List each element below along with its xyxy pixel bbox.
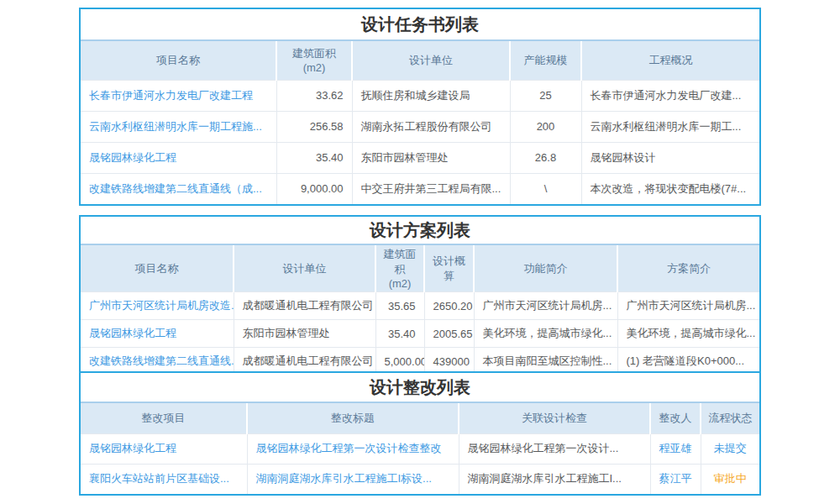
design-task-table: 项目名称 建筑面积 (m2) 设计单位 产能规模 工程概况 长春市伊通河水力发电… [81,41,759,204]
column-header-flow-status: 流程状态 [701,403,759,433]
column-header-function-brief: 功能简介 [474,245,617,292]
flow-status-badge: 审批中 [701,464,759,494]
design-unit-cell: 抚顺住房和城乡建设局 [352,80,510,111]
table-row: 改建铁路线增建第二线直通线（成... 9,000.00 中交王府井第三工程局有限… [81,173,759,204]
overview-cell: 云南水利枢纽潜明水库一期工... [581,111,759,142]
rectify-title-link[interactable]: 湖南洞庭湖水库引水工程施工I标设... [247,464,459,494]
capacity-cell: \ [510,173,581,204]
column-header-budget: 设计概算 [424,245,474,292]
column-header-rectify-title: 整改标题 [247,403,459,433]
design-rectification-list-panel: 设计整改列表 整改项目 整改标题 关联设计检查 整改人 流程状态 晟铭园林绿化工… [79,371,761,496]
column-header-overview: 工程概况 [581,41,759,80]
project-name-link[interactable]: 广州市天河区统计局机房改造... [81,292,234,320]
design-unit-cell: 东阳市园林管理处 [234,320,375,348]
rectify-title-link[interactable]: 晟铭园林绿化工程第一次设计检查整改 [247,433,459,464]
function-brief-cell: 美化环境，提高城市绿化... [474,320,617,348]
design-plan-table: 项目名称 设计单位 建筑面积 (m2) 设计概算 功能简介 方案简介 广州市天河… [81,245,759,375]
column-header-building-area: 建筑面积 (m2) [276,41,352,80]
project-name-link[interactable]: 云南水利枢纽潜明水库一期工程施... [81,111,276,142]
table-row: 襄阳火车站站前片区基础设... 湖南洞庭湖水库引水工程施工I标设... 湖南洞庭… [81,464,759,494]
rectifier-link[interactable]: 程亚雄 [650,433,701,464]
column-header-rectifier: 整改人 [650,403,701,433]
building-area-cell: 35.40 [276,142,352,173]
building-area-cell: 35.40 [375,320,424,348]
overview-cell: 晟铭园林设计 [581,142,759,173]
rectify-project-link[interactable]: 襄阳火车站站前片区基础设... [81,464,247,494]
column-header-related-check: 关联设计检查 [459,403,650,433]
building-area-cell: 35.65 [375,292,424,320]
design-plan-list-panel: 设计方案列表 项目名称 设计单位 建筑面积 (m2) 设计概算 功能简介 方案简… [79,215,761,377]
column-header-capacity: 产能规模 [510,41,581,80]
design-unit-cell: 成都暖通机电工程有限公司 [234,292,375,320]
table-row: 广州市天河区统计局机房改造... 成都暖通机电工程有限公司 35.65 2650… [81,292,759,320]
project-name-link[interactable]: 改建铁路线增建第二线直通线（成... [81,173,276,204]
building-area-cell: 9,000.00 [276,173,352,204]
design-rectification-table: 整改项目 整改标题 关联设计检查 整改人 流程状态 晟铭园林绿化工程 晟铭园林绿… [81,403,759,494]
project-name-link[interactable]: 晟铭园林绿化工程 [81,320,234,348]
rectifier-link[interactable]: 蔡江平 [650,464,701,494]
overview-cell: 本次改造，将现状变配电楼(7#... [581,173,759,204]
plan-brief-cell: 美化环境，提高城市绿化... [617,320,759,348]
table-row: 晟铭园林绿化工程 35.40 东阳市园林管理处 26.8 晟铭园林设计 [81,142,759,173]
budget-cell: 2650.20 [424,292,474,320]
overview-cell: 长春市伊通河水力发电厂改建... [581,80,759,111]
building-area-cell: 33.62 [276,80,352,111]
capacity-cell: 25 [510,80,581,111]
table-row: 云南水利枢纽潜明水库一期工程施... 256.58 湖南永拓工程股份有限公司 2… [81,111,759,142]
building-area-cell: 256.58 [276,111,352,142]
table-title: 设计整改列表 [81,373,759,403]
table-title: 设计任务书列表 [81,9,759,41]
design-unit-cell: 中交王府井第三工程局有限... [352,173,510,204]
table-row: 晟铭园林绿化工程 东阳市园林管理处 35.40 2005.65 美化环境，提高城… [81,320,759,348]
plan-brief-cell: 广州市天河区统计局机房... [617,292,759,320]
header-row: 整改项目 整改标题 关联设计检查 整改人 流程状态 [81,403,759,433]
column-header-building-area: 建筑面积 (m2) [375,245,424,292]
header-row: 项目名称 设计单位 建筑面积 (m2) 设计概算 功能简介 方案简介 [81,245,759,292]
column-header-project-name: 项目名称 [81,245,234,292]
column-header-plan-brief: 方案简介 [617,245,759,292]
project-name-link[interactable]: 晟铭园林绿化工程 [81,142,276,173]
budget-cell: 2005.65 [424,320,474,348]
design-task-list-panel: 设计任务书列表 项目名称 建筑面积 (m2) 设计单位 产能规模 工程概况 长春… [79,8,761,206]
table-row: 晟铭园林绿化工程 晟铭园林绿化工程第一次设计检查整改 晟铭园林绿化工程第一次设计… [81,433,759,464]
capacity-cell: 26.8 [510,142,581,173]
flow-status-badge: 未提交 [701,433,759,464]
column-header-rectify-project: 整改项目 [81,403,247,433]
column-header-project-name: 项目名称 [81,41,276,80]
design-unit-cell: 湖南永拓工程股份有限公司 [352,111,510,142]
project-name-link[interactable]: 长春市伊通河水力发电厂改建工程 [81,80,276,111]
header-row: 项目名称 建筑面积 (m2) 设计单位 产能规模 工程概况 [81,41,759,80]
table-row: 长春市伊通河水力发电厂改建工程 33.62 抚顺住房和城乡建设局 25 长春市伊… [81,80,759,111]
design-unit-cell: 东阳市园林管理处 [352,142,510,173]
table-title: 设计方案列表 [81,217,759,245]
rectify-project-link[interactable]: 晟铭园林绿化工程 [81,433,247,464]
related-check-cell: 湖南洞庭湖水库引水工程施工I... [459,464,650,494]
function-brief-cell: 广州市天河区统计局机房... [474,292,617,320]
capacity-cell: 200 [510,111,581,142]
related-check-cell: 晟铭园林绿化工程第一次设计... [459,433,650,464]
column-header-design-unit: 设计单位 [352,41,510,80]
column-header-design-unit: 设计单位 [234,245,375,292]
